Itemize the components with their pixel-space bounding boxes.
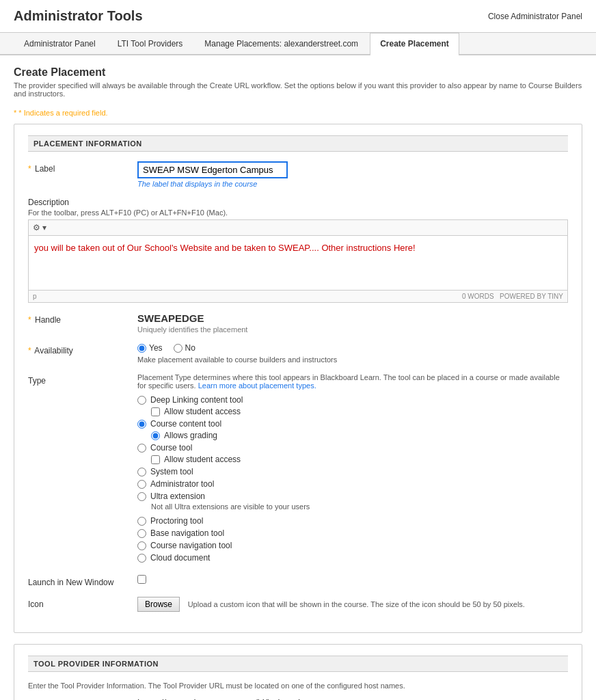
browse-icon-button[interactable]: Browse [137,597,180,612]
icon-field-label: Icon [28,597,137,609]
avail-yes-radio[interactable] [137,344,146,353]
type-group-deep-linking: Deep Linking content tool Allow student … [137,395,568,416]
description-label: Description [28,198,568,207]
description-field-row: Description For the toolbar, press ALT+F… [28,198,568,303]
top-header: Administrator Tools Close Administrator … [0,0,596,33]
placement-info-section: PLACEMENT INFORMATION * Label The label … [14,124,582,633]
tab-manage-placements[interactable]: Manage Placements: alexanderstreet.com [194,33,368,54]
availability-field-row: * Availability Yes No Make placement ava… [28,343,568,364]
type-option-course-nav: Course navigation tool [137,541,568,550]
allow-student-access-ct-checkbox[interactable] [151,455,160,464]
handle-required-star: * [28,315,31,325]
label-input[interactable] [137,161,288,178]
type-group-ultra-extension: Ultra extension Not all Ultra extensions… [137,492,568,511]
avail-no-radio[interactable] [174,344,182,353]
close-admin-panel-link[interactable]: Close Administrator Panel [488,12,582,21]
label-required-star: * [28,164,31,174]
type-base-nav-radio[interactable] [137,529,146,538]
editor-toolbar: ⚙ ▾ [28,219,568,236]
type-group-course-content: Course content tool Allows grading [137,419,568,440]
handle-field-content: SWEAPEDGE Uniquely identifies the placem… [137,312,568,334]
editor-content: you will be taken out of Our School's We… [34,241,562,256]
handle-field-label: * Handle [28,312,137,325]
type-field-content: Placement Type determines where this too… [137,373,568,565]
sub-option-allow-student-dl: Allow student access [151,407,568,416]
editor-footer-words: 0 WORDS POWERED BY TINY [462,293,563,300]
sub-option-allows-grading: Allows grading [151,431,568,440]
label-field-row: * Label The label that displays in the c… [28,161,568,188]
type-hint-link[interactable]: Learn more about placement types. [198,381,316,390]
nav-tabs: Administrator Panel LTI Tool Providers M… [0,33,596,55]
tab-lti-tool-providers[interactable]: LTI Tool Providers [107,33,193,54]
type-option-cloud-doc: Cloud document [137,553,568,563]
app-title: Administrator Tools [14,8,143,24]
label-field-content: The label that displays in the course [137,161,568,188]
type-option-course-tool: Course tool [137,443,568,453]
allow-student-access-dl-checkbox[interactable] [151,407,160,416]
main-content: Create Placement The provider specified … [0,55,596,700]
handle-hint: Uniquely identifies the placement [137,325,568,334]
editor-footer-p: p [33,293,37,300]
placement-section-header: PLACEMENT INFORMATION [28,135,568,152]
type-option-proctoring: Proctoring tool [137,516,568,526]
type-group-course-tool: Course tool Allow student access [137,443,568,464]
label-field-label: * Label [28,161,137,174]
type-course-nav-radio[interactable] [137,541,146,550]
type-admin-tool-radio[interactable] [137,480,146,489]
ultra-extension-note: Not all Ultra extensions are visible to … [151,502,568,511]
type-field-row: Type Placement Type determines where thi… [28,373,568,565]
description-toolbar-hint: For the toolbar, press ALT+F10 (PC) or A… [28,208,568,217]
tool-provider-intro: Enter the Tool Provider Information. The… [28,682,568,690]
icon-field-content: Browse Upload a custom icon that will be… [137,597,568,612]
type-course-tool-radio[interactable] [137,444,146,453]
type-deep-linking-radio[interactable] [137,396,146,405]
availability-radio-group: Yes No [137,343,568,353]
icon-field-row: Icon Browse Upload a custom icon that wi… [28,597,568,612]
type-option-deep-linking: Deep Linking content tool [137,395,568,405]
tab-create-placement[interactable]: Create Placement [370,33,459,55]
launch-window-field-content [137,575,568,586]
bottom-type-options: Proctoring tool Base navigation tool Cou… [137,516,568,563]
type-cloud-doc-radio[interactable] [137,554,146,563]
tool-provider-section: TOOL PROVIDER INFORMATION Enter the Tool… [14,644,582,700]
type-ultra-extension-radio[interactable] [137,492,146,501]
page-title: Create Placement [14,66,582,79]
editor-toolbar-icon: ⚙ ▾ [33,223,46,232]
availability-field-content: Yes No Make placement available to cours… [137,343,568,364]
required-star: * [14,109,16,117]
required-note: * * Indicates a required field. [14,109,582,117]
type-group-admin-tool: Administrator tool [137,479,568,489]
type-field-label: Type [28,373,137,386]
editor-footer: p 0 WORDS POWERED BY TINY [28,291,568,303]
editor-body[interactable]: you will be taken out of Our School's We… [28,236,568,291]
tab-administrator-panel[interactable]: Administrator Panel [14,33,106,54]
sub-option-allow-student-ct: Allow student access [151,455,568,464]
avail-hint: Make placement available to course build… [137,355,568,364]
avail-yes-label[interactable]: Yes [137,343,163,353]
handle-value: SWEAPEDGE [137,312,568,324]
page-subtitle: The provider specified will always be av… [14,81,582,98]
availability-field-label: * Availability [28,343,137,355]
type-option-system-tool: System tool [137,467,568,476]
type-option-ultra-extension: Ultra extension [137,492,568,501]
type-option-course-content: Course content tool [137,419,568,429]
type-system-tool-radio[interactable] [137,468,146,476]
launch-window-field-row: Launch in New Window [28,575,568,587]
handle-field-row: * Handle SWEAPEDGE Uniquely identifies t… [28,312,568,334]
type-course-content-radio[interactable] [137,420,146,429]
launch-window-field-label: Launch in New Window [28,575,137,587]
type-option-admin-tool: Administrator tool [137,479,568,489]
tool-provider-section-header: TOOL PROVIDER INFORMATION [28,656,568,672]
avail-required-star: * [28,346,31,355]
label-hint: The label that displays in the course [137,180,568,188]
type-option-base-nav: Base navigation tool [137,528,568,538]
type-hint: Placement Type determines where this too… [137,373,568,390]
launch-window-checkbox[interactable] [137,575,146,584]
icon-hint: Upload a custom icon that will be shown … [188,600,525,608]
allows-grading-radio[interactable] [151,431,160,440]
type-group-system-tool: System tool [137,467,568,476]
avail-no-label[interactable]: No [174,343,195,353]
type-proctoring-radio[interactable] [137,517,146,526]
